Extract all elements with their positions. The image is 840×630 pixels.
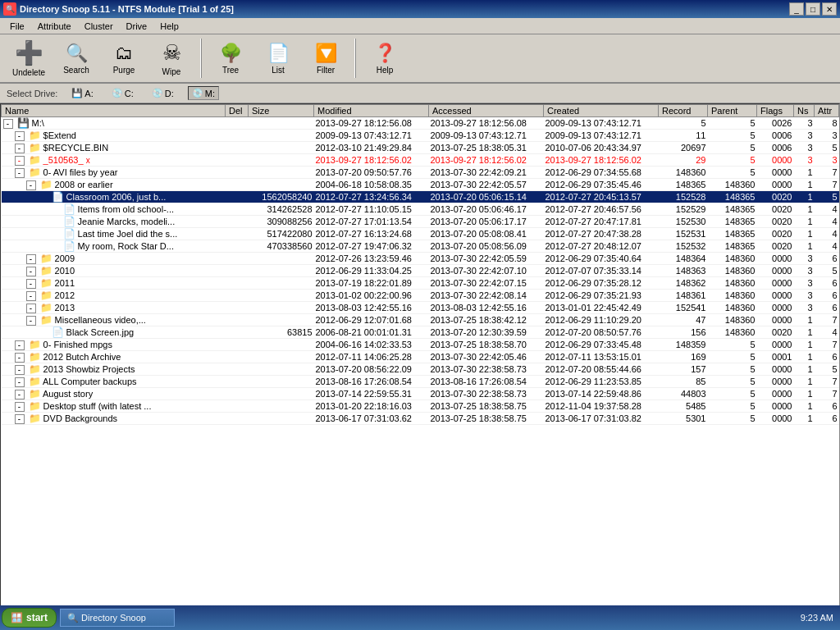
col-header-parent[interactable]: Parent [708, 105, 757, 117]
filter-button[interactable]: 🔽 Filter [304, 37, 348, 80]
table-row[interactable]: - 📁 Miscellaneous video,... 2012-06-29 1… [2, 314, 839, 326]
table-row[interactable]: - 💾 M:\ 2013-09-27 18:12:56.08 2013-09-2… [2, 117, 839, 130]
menu-file[interactable]: File [3, 20, 31, 33]
file-icon: 📁 [29, 167, 41, 178]
table-row[interactable]: 📄 My room, Rock Star D... 470338560 2012… [2, 240, 839, 253]
cell-attr: 6 [815, 253, 839, 265]
cell-flags: 0006 [757, 130, 794, 142]
expander[interactable]: - [15, 402, 25, 412]
table-row[interactable]: 📄 Classroom 2006, just b... 1562058240 2… [2, 191, 839, 203]
col-header-flags[interactable]: Flags [757, 105, 794, 117]
col-header-accessed[interactable]: Accessed [429, 105, 544, 117]
cell-name: - 📁 Desktop stuff (with latest ... [2, 400, 226, 413]
col-header-attr[interactable]: Attr [815, 105, 839, 117]
undelete-label: Undelete [12, 68, 45, 77]
minimize-button[interactable]: _ [789, 2, 804, 16]
expander[interactable]: - [26, 267, 36, 276]
menu-attribute[interactable]: Attribute [31, 20, 78, 33]
expander[interactable]: - [15, 353, 25, 363]
wipe-button[interactable]: ☠ Wipe [149, 37, 194, 80]
file-icon: 📄 [63, 216, 75, 227]
table-row[interactable]: 📄 Jeanie Marcks, modeli... 309088256 201… [2, 216, 839, 228]
expander[interactable]: - [15, 168, 25, 178]
expander[interactable]: - [15, 414, 25, 424]
expander[interactable]: - [26, 254, 36, 264]
cell-size [249, 400, 314, 413]
expander[interactable]: - [26, 180, 36, 190]
table-row[interactable]: - 📁 Desktop stuff (with latest ... 2013-… [2, 400, 839, 413]
cell-del [226, 179, 249, 191]
table-row[interactable]: - 📁 $Extend 2009-09-13 07:43:12.71 2009-… [2, 130, 839, 142]
cell-created: 2012-07-20 08:50:57.76 [544, 326, 659, 339]
file-table-container[interactable]: Name Del Size Modified Accessed Created … [0, 103, 840, 614]
col-header-modified[interactable]: Modified [314, 105, 429, 117]
drive-a[interactable]: 💾 A: [67, 86, 97, 100]
table-row[interactable]: - 📁 $RECYCLE.BIN 2012-03-10 21:49:29.84 … [2, 142, 839, 154]
table-row[interactable]: - 📁 ALL Computer backups 2013-08-16 17:2… [2, 376, 839, 388]
table-row[interactable]: - 📁 _510563_ x 2013-09-27 18:12:56.02 20… [2, 154, 839, 167]
table-row[interactable]: - 📁 2010 2012-06-29 11:33:04.25 2013-07-… [2, 265, 839, 277]
cell-modified: 2012-07-27 17:01:13.54 [314, 216, 429, 228]
table-row[interactable]: - 📁 2008 or earlier 2004-06-18 10:58:08.… [2, 179, 839, 191]
cell-ns: 3 [794, 253, 815, 265]
menu-drive[interactable]: Drive [120, 20, 154, 33]
taskbar-window-ds[interactable]: 🔍 Directory Snoop [60, 609, 175, 627]
col-header-created[interactable]: Created [544, 105, 659, 117]
table-row[interactable]: - 📁 2013 2013-08-03 12:42:55.16 2013-08-… [2, 302, 839, 314]
table-row[interactable]: - 📁 2011 2013-07-19 18:22:01.89 2013-07-… [2, 277, 839, 290]
expander[interactable]: - [15, 377, 25, 387]
table-row[interactable]: - 📁 2009 2012-07-26 13:23:59.46 2013-07-… [2, 253, 839, 265]
expander[interactable]: - [26, 279, 36, 289]
close-button[interactable]: ✕ [822, 2, 837, 16]
menu-help[interactable]: Help [153, 20, 185, 33]
expander[interactable]: - [15, 340, 25, 350]
tree-button[interactable]: 🌳 Tree [208, 37, 253, 80]
undelete-button[interactable]: ➕ Undelete [7, 37, 51, 80]
table-row[interactable]: 📄 Last time Joel did the s... 517422080 … [2, 228, 839, 240]
expander[interactable]: - [15, 156, 25, 166]
table-row[interactable]: - 📁 0- Finished mpgs 2004-06-16 14:02:33… [2, 339, 839, 351]
cell-name: - 💾 M:\ [2, 117, 226, 130]
col-header-size[interactable]: Size [249, 105, 314, 117]
expander[interactable]: - [26, 316, 36, 326]
cell-record: 148362 [659, 277, 708, 290]
cell-ns: 3 [794, 302, 815, 314]
menu-cluster[interactable]: Cluster [78, 20, 120, 33]
col-header-del[interactable]: Del [226, 105, 249, 117]
table-row[interactable]: 📄 Black Screen.jpg 63815 2006-08-21 00:0… [2, 326, 839, 339]
cell-parent: 5 [708, 339, 757, 351]
expander[interactable]: - [26, 291, 36, 301]
table-row[interactable]: - 📁 2012 2013-01-02 00:22:00.96 2013-07-… [2, 290, 839, 302]
file-icon: 📁 [29, 351, 41, 363]
drive-m[interactable]: 💿 M: [188, 86, 219, 100]
expander[interactable]: - [15, 390, 25, 399]
expander[interactable]: - [15, 144, 25, 153]
expander[interactable]: - [3, 119, 13, 129]
expander[interactable]: - [15, 365, 25, 375]
expander[interactable]: - [15, 131, 25, 141]
table-row[interactable]: - 📁 DVD Backgrounds 2013-06-17 07:31:03.… [2, 413, 839, 425]
table-row[interactable]: 📄 Items from old school-... 314262528 20… [2, 203, 839, 216]
cell-flags: 0001 [757, 351, 794, 363]
table-row[interactable]: - 📁 August story 2013-07-14 22:59:55.31 … [2, 388, 839, 400]
maximize-button[interactable]: □ [806, 2, 820, 16]
cell-accessed: 2013-07-25 18:38:05.31 [429, 142, 544, 154]
col-header-record[interactable]: Record [659, 105, 708, 117]
col-header-ns[interactable]: Ns [794, 105, 815, 117]
table-row[interactable]: - 📁 2012 Butch Archive 2012-07-11 14:06:… [2, 351, 839, 363]
drive-c[interactable]: 💿 C: [107, 86, 138, 100]
table-row[interactable]: - 📁 2013 Showbiz Projects 2013-07-20 08:… [2, 363, 839, 376]
cell-modified: 2013-09-27 18:12:56.08 [314, 117, 429, 130]
start-button[interactable]: 🪟 start [2, 608, 57, 628]
col-header-name[interactable]: Name [2, 105, 226, 117]
undelete-icon: ➕ [15, 39, 43, 66]
expander[interactable]: - [26, 304, 36, 313]
table-row[interactable]: - 📁 0- AVI files by year 2013-07-20 09:5… [2, 167, 839, 179]
purge-button[interactable]: 🗂 Purge [102, 37, 146, 80]
search-button[interactable]: 🔍 Search [54, 37, 98, 80]
list-button[interactable]: 📄 List [256, 37, 300, 80]
cell-accessed: 2013-07-25 18:38:58.70 [429, 339, 544, 351]
purge-label: Purge [113, 66, 135, 75]
help-button[interactable]: ❓ Help [363, 37, 407, 80]
drive-d[interactable]: 💿 D: [148, 86, 178, 100]
